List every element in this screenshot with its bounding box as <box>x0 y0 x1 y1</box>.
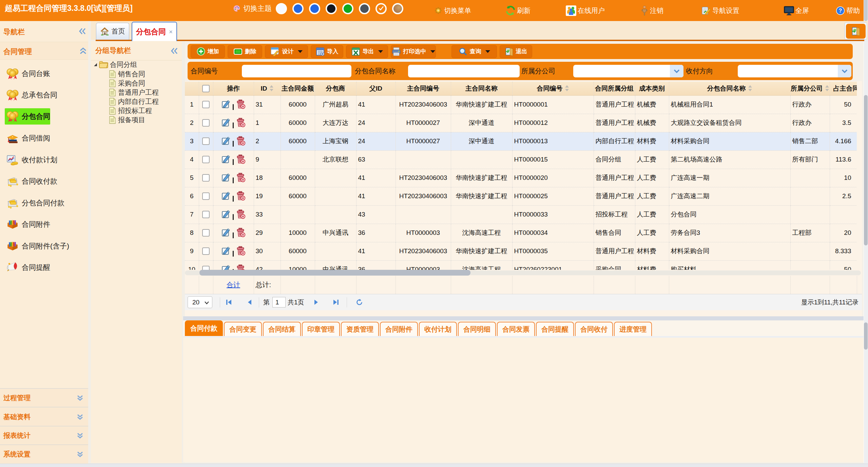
svg-text:?: ? <box>839 8 842 14</box>
